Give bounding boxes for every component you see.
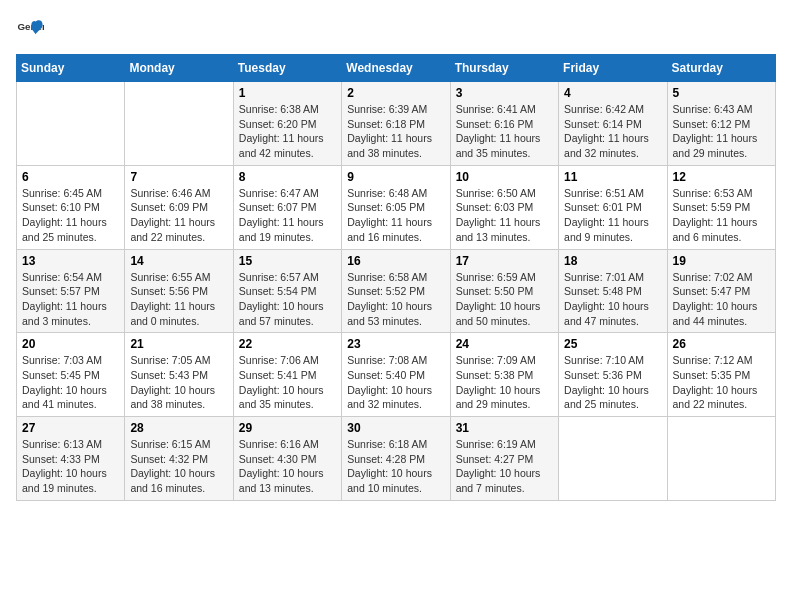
- day-detail: Sunrise: 7:05 AM Sunset: 5:43 PM Dayligh…: [130, 353, 227, 412]
- calendar-cell: [125, 82, 233, 166]
- calendar-week-row: 27Sunrise: 6:13 AM Sunset: 4:33 PM Dayli…: [17, 417, 776, 501]
- day-number: 11: [564, 170, 661, 184]
- weekday-header-monday: Monday: [125, 55, 233, 82]
- calendar-cell: 25Sunrise: 7:10 AM Sunset: 5:36 PM Dayli…: [559, 333, 667, 417]
- calendar-week-row: 1Sunrise: 6:38 AM Sunset: 6:20 PM Daylig…: [17, 82, 776, 166]
- day-number: 7: [130, 170, 227, 184]
- day-detail: Sunrise: 6:53 AM Sunset: 5:59 PM Dayligh…: [673, 186, 770, 245]
- calendar-cell: 10Sunrise: 6:50 AM Sunset: 6:03 PM Dayli…: [450, 165, 558, 249]
- calendar-table: SundayMondayTuesdayWednesdayThursdayFrid…: [16, 54, 776, 501]
- day-detail: Sunrise: 6:39 AM Sunset: 6:18 PM Dayligh…: [347, 102, 444, 161]
- calendar-cell: 3Sunrise: 6:41 AM Sunset: 6:16 PM Daylig…: [450, 82, 558, 166]
- day-detail: Sunrise: 6:55 AM Sunset: 5:56 PM Dayligh…: [130, 270, 227, 329]
- day-detail: Sunrise: 6:57 AM Sunset: 5:54 PM Dayligh…: [239, 270, 336, 329]
- day-detail: Sunrise: 6:43 AM Sunset: 6:12 PM Dayligh…: [673, 102, 770, 161]
- calendar-cell: 17Sunrise: 6:59 AM Sunset: 5:50 PM Dayli…: [450, 249, 558, 333]
- calendar-cell: 16Sunrise: 6:58 AM Sunset: 5:52 PM Dayli…: [342, 249, 450, 333]
- calendar-cell: 26Sunrise: 7:12 AM Sunset: 5:35 PM Dayli…: [667, 333, 775, 417]
- day-number: 8: [239, 170, 336, 184]
- day-number: 10: [456, 170, 553, 184]
- calendar-cell: 27Sunrise: 6:13 AM Sunset: 4:33 PM Dayli…: [17, 417, 125, 501]
- day-detail: Sunrise: 6:15 AM Sunset: 4:32 PM Dayligh…: [130, 437, 227, 496]
- day-detail: Sunrise: 6:41 AM Sunset: 6:16 PM Dayligh…: [456, 102, 553, 161]
- day-number: 25: [564, 337, 661, 351]
- day-detail: Sunrise: 6:58 AM Sunset: 5:52 PM Dayligh…: [347, 270, 444, 329]
- calendar-cell: 23Sunrise: 7:08 AM Sunset: 5:40 PM Dayli…: [342, 333, 450, 417]
- day-detail: Sunrise: 7:02 AM Sunset: 5:47 PM Dayligh…: [673, 270, 770, 329]
- calendar-cell: 20Sunrise: 7:03 AM Sunset: 5:45 PM Dayli…: [17, 333, 125, 417]
- day-number: 28: [130, 421, 227, 435]
- day-number: 9: [347, 170, 444, 184]
- day-detail: Sunrise: 6:47 AM Sunset: 6:07 PM Dayligh…: [239, 186, 336, 245]
- calendar-cell: 12Sunrise: 6:53 AM Sunset: 5:59 PM Dayli…: [667, 165, 775, 249]
- day-number: 4: [564, 86, 661, 100]
- day-number: 26: [673, 337, 770, 351]
- calendar-cell: 4Sunrise: 6:42 AM Sunset: 6:14 PM Daylig…: [559, 82, 667, 166]
- page-header: General: [16, 16, 776, 44]
- calendar-cell: 15Sunrise: 6:57 AM Sunset: 5:54 PM Dayli…: [233, 249, 341, 333]
- calendar-week-row: 13Sunrise: 6:54 AM Sunset: 5:57 PM Dayli…: [17, 249, 776, 333]
- day-number: 30: [347, 421, 444, 435]
- day-detail: Sunrise: 7:01 AM Sunset: 5:48 PM Dayligh…: [564, 270, 661, 329]
- calendar-cell: [667, 417, 775, 501]
- day-number: 5: [673, 86, 770, 100]
- calendar-cell: 19Sunrise: 7:02 AM Sunset: 5:47 PM Dayli…: [667, 249, 775, 333]
- day-number: 19: [673, 254, 770, 268]
- day-number: 23: [347, 337, 444, 351]
- calendar-cell: 31Sunrise: 6:19 AM Sunset: 4:27 PM Dayli…: [450, 417, 558, 501]
- weekday-header-wednesday: Wednesday: [342, 55, 450, 82]
- day-number: 20: [22, 337, 119, 351]
- logo: General: [16, 16, 48, 44]
- day-detail: Sunrise: 7:09 AM Sunset: 5:38 PM Dayligh…: [456, 353, 553, 412]
- day-detail: Sunrise: 7:08 AM Sunset: 5:40 PM Dayligh…: [347, 353, 444, 412]
- day-number: 17: [456, 254, 553, 268]
- calendar-week-row: 20Sunrise: 7:03 AM Sunset: 5:45 PM Dayli…: [17, 333, 776, 417]
- calendar-cell: [17, 82, 125, 166]
- calendar-cell: 5Sunrise: 6:43 AM Sunset: 6:12 PM Daylig…: [667, 82, 775, 166]
- day-number: 13: [22, 254, 119, 268]
- logo-icon: General: [16, 16, 44, 44]
- day-number: 12: [673, 170, 770, 184]
- calendar-cell: 28Sunrise: 6:15 AM Sunset: 4:32 PM Dayli…: [125, 417, 233, 501]
- day-number: 29: [239, 421, 336, 435]
- calendar-week-row: 6Sunrise: 6:45 AM Sunset: 6:10 PM Daylig…: [17, 165, 776, 249]
- day-detail: Sunrise: 6:51 AM Sunset: 6:01 PM Dayligh…: [564, 186, 661, 245]
- calendar-cell: 1Sunrise: 6:38 AM Sunset: 6:20 PM Daylig…: [233, 82, 341, 166]
- calendar-cell: 8Sunrise: 6:47 AM Sunset: 6:07 PM Daylig…: [233, 165, 341, 249]
- weekday-header-friday: Friday: [559, 55, 667, 82]
- calendar-cell: 6Sunrise: 6:45 AM Sunset: 6:10 PM Daylig…: [17, 165, 125, 249]
- day-number: 1: [239, 86, 336, 100]
- day-detail: Sunrise: 6:13 AM Sunset: 4:33 PM Dayligh…: [22, 437, 119, 496]
- day-detail: Sunrise: 7:06 AM Sunset: 5:41 PM Dayligh…: [239, 353, 336, 412]
- day-detail: Sunrise: 6:59 AM Sunset: 5:50 PM Dayligh…: [456, 270, 553, 329]
- calendar-cell: 21Sunrise: 7:05 AM Sunset: 5:43 PM Dayli…: [125, 333, 233, 417]
- day-detail: Sunrise: 6:38 AM Sunset: 6:20 PM Dayligh…: [239, 102, 336, 161]
- day-number: 22: [239, 337, 336, 351]
- day-detail: Sunrise: 7:03 AM Sunset: 5:45 PM Dayligh…: [22, 353, 119, 412]
- day-number: 15: [239, 254, 336, 268]
- day-detail: Sunrise: 6:54 AM Sunset: 5:57 PM Dayligh…: [22, 270, 119, 329]
- day-detail: Sunrise: 6:19 AM Sunset: 4:27 PM Dayligh…: [456, 437, 553, 496]
- day-number: 27: [22, 421, 119, 435]
- calendar-cell: 30Sunrise: 6:18 AM Sunset: 4:28 PM Dayli…: [342, 417, 450, 501]
- calendar-cell: 22Sunrise: 7:06 AM Sunset: 5:41 PM Dayli…: [233, 333, 341, 417]
- day-number: 3: [456, 86, 553, 100]
- calendar-cell: 24Sunrise: 7:09 AM Sunset: 5:38 PM Dayli…: [450, 333, 558, 417]
- day-detail: Sunrise: 6:46 AM Sunset: 6:09 PM Dayligh…: [130, 186, 227, 245]
- calendar-cell: 9Sunrise: 6:48 AM Sunset: 6:05 PM Daylig…: [342, 165, 450, 249]
- weekday-header-sunday: Sunday: [17, 55, 125, 82]
- calendar-cell: 29Sunrise: 6:16 AM Sunset: 4:30 PM Dayli…: [233, 417, 341, 501]
- day-detail: Sunrise: 6:16 AM Sunset: 4:30 PM Dayligh…: [239, 437, 336, 496]
- day-detail: Sunrise: 6:42 AM Sunset: 6:14 PM Dayligh…: [564, 102, 661, 161]
- day-number: 2: [347, 86, 444, 100]
- day-detail: Sunrise: 6:18 AM Sunset: 4:28 PM Dayligh…: [347, 437, 444, 496]
- day-number: 24: [456, 337, 553, 351]
- calendar-cell: 18Sunrise: 7:01 AM Sunset: 5:48 PM Dayli…: [559, 249, 667, 333]
- calendar-cell: 14Sunrise: 6:55 AM Sunset: 5:56 PM Dayli…: [125, 249, 233, 333]
- day-detail: Sunrise: 7:10 AM Sunset: 5:36 PM Dayligh…: [564, 353, 661, 412]
- day-number: 18: [564, 254, 661, 268]
- calendar-cell: [559, 417, 667, 501]
- weekday-header-thursday: Thursday: [450, 55, 558, 82]
- day-number: 14: [130, 254, 227, 268]
- day-number: 31: [456, 421, 553, 435]
